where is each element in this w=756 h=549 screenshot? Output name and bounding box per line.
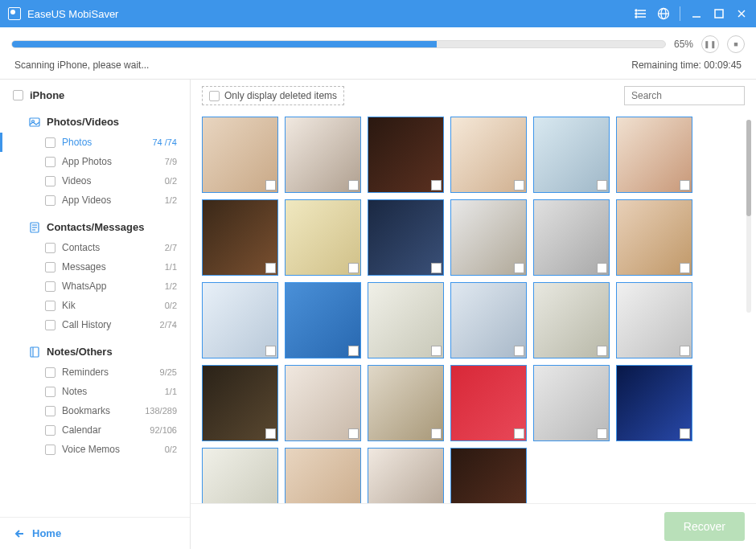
thumb-checkbox[interactable] — [431, 180, 442, 191]
photo-thumbnail[interactable] — [368, 199, 444, 276]
item-checkbox[interactable] — [45, 425, 55, 436]
item-checkbox[interactable] — [45, 281, 55, 292]
minimize-icon[interactable] — [690, 7, 703, 20]
sidebar-item-whatsapp[interactable]: WhatsApp1/2 — [0, 277, 190, 296]
item-checkbox[interactable] — [45, 137, 55, 148]
photo-thumbnail[interactable] — [616, 117, 692, 193]
home-link[interactable]: Home — [14, 527, 175, 539]
sidebar-item-app-photos[interactable]: App Photos7/9 — [0, 152, 190, 171]
maximize-icon[interactable] — [713, 7, 725, 20]
sidebar-item-photos[interactable]: Photos74 /74 — [0, 133, 190, 152]
item-checkbox[interactable] — [45, 367, 55, 378]
category-label: Contacts/Messages — [47, 221, 144, 233]
photo-thumbnail[interactable] — [202, 117, 278, 193]
list-icon[interactable] — [635, 7, 647, 20]
pause-button[interactable]: ❚❚ — [701, 35, 719, 53]
thumb-checkbox[interactable] — [597, 346, 607, 356]
thumb-checkbox[interactable] — [265, 263, 276, 273]
photo-thumbnail[interactable] — [202, 199, 278, 276]
thumb-checkbox[interactable] — [680, 263, 690, 273]
filter-checkbox[interactable] — [209, 91, 220, 101]
sidebar-item-app-videos[interactable]: App Videos1/2 — [0, 191, 190, 210]
sidebar-item-contacts[interactable]: Contacts2/7 — [0, 238, 190, 257]
sidebar-item-videos[interactable]: Videos0/2 — [0, 171, 190, 191]
item-checkbox[interactable] — [45, 406, 55, 416]
item-checkbox[interactable] — [45, 387, 55, 397]
device-checkbox[interactable] — [13, 90, 23, 100]
stop-button[interactable]: ■ — [727, 35, 745, 53]
item-checkbox[interactable] — [45, 243, 55, 253]
sidebar-item-reminders[interactable]: Reminders9/25 — [0, 363, 190, 382]
photo-thumbnail[interactable] — [202, 448, 278, 503]
photo-thumbnail[interactable] — [368, 117, 444, 193]
thumb-checkbox[interactable] — [265, 428, 276, 439]
photo-thumbnail[interactable] — [202, 282, 278, 358]
progress-bar — [11, 40, 666, 48]
thumb-checkbox[interactable] — [348, 428, 359, 439]
photo-thumbnail[interactable] — [616, 199, 692, 276]
item-checkbox[interactable] — [45, 176, 55, 186]
thumb-checkbox[interactable] — [265, 180, 276, 191]
photo-thumbnail[interactable] — [368, 365, 444, 441]
thumb-checkbox[interactable] — [431, 428, 442, 439]
thumb-checkbox[interactable] — [597, 428, 607, 439]
sidebar-item-notes[interactable]: Notes1/1 — [0, 382, 190, 401]
photo-thumbnail[interactable] — [285, 282, 361, 358]
photo-thumbnail[interactable] — [450, 117, 527, 193]
thumb-checkbox[interactable] — [514, 346, 524, 356]
photo-thumbnail[interactable] — [533, 117, 610, 193]
globe-icon[interactable] — [657, 7, 670, 20]
scrollbar[interactable] — [746, 120, 751, 313]
thumb-checkbox[interactable] — [597, 263, 607, 273]
thumb-checkbox[interactable] — [348, 346, 359, 356]
thumb-checkbox[interactable] — [431, 263, 442, 273]
thumb-checkbox[interactable] — [348, 263, 359, 273]
sidebar-item-messages[interactable]: Messages1/1 — [0, 257, 190, 277]
item-checkbox[interactable] — [45, 320, 55, 330]
filter-deleted-toggle[interactable]: Only display deleted items — [202, 86, 344, 105]
thumb-checkbox[interactable] — [514, 263, 524, 273]
thumb-checkbox[interactable] — [514, 180, 524, 191]
item-label: Photos — [62, 137, 146, 148]
thumb-checkbox[interactable] — [597, 180, 607, 191]
thumb-checkbox[interactable] — [431, 346, 442, 356]
photo-thumbnail[interactable] — [533, 282, 610, 358]
thumb-checkbox[interactable] — [680, 180, 690, 191]
sidebar-item-call-history[interactable]: Call History2/74 — [0, 315, 190, 334]
sidebar-item-bookmarks[interactable]: Bookmarks138/289 — [0, 401, 190, 420]
item-checkbox[interactable] — [45, 262, 55, 272]
photo-thumbnail[interactable] — [450, 365, 527, 441]
thumb-checkbox[interactable] — [514, 428, 524, 439]
item-checkbox[interactable] — [45, 157, 55, 167]
photo-thumbnail[interactable] — [533, 199, 610, 276]
photo-thumbnail[interactable] — [450, 199, 527, 276]
photo-thumbnail[interactable] — [533, 365, 610, 441]
close-icon[interactable] — [735, 7, 748, 20]
photo-thumbnail[interactable] — [368, 282, 444, 358]
sidebar-item-kik[interactable]: Kik0/2 — [0, 296, 190, 315]
photo-thumbnail[interactable] — [450, 282, 527, 358]
item-checkbox[interactable] — [45, 195, 55, 206]
sidebar-item-voice-memos[interactable]: Voice Memos0/2 — [0, 440, 190, 459]
thumb-checkbox[interactable] — [265, 346, 276, 356]
photo-thumbnail[interactable] — [616, 365, 692, 441]
thumb-checkbox[interactable] — [680, 428, 690, 439]
photo-thumbnail[interactable] — [616, 282, 692, 358]
item-checkbox[interactable] — [45, 445, 55, 455]
search-input[interactable] — [624, 86, 745, 105]
photo-thumbnail[interactable] — [285, 199, 361, 276]
item-count: 1/1 — [165, 387, 177, 396]
thumb-checkbox[interactable] — [680, 346, 690, 356]
photo-thumbnail[interactable] — [285, 365, 361, 441]
thumb-checkbox[interactable] — [348, 180, 359, 191]
recover-button[interactable]: Recover — [664, 512, 745, 541]
photo-thumbnail[interactable] — [285, 448, 361, 503]
photo-thumbnail[interactable] — [202, 365, 278, 441]
sidebar: iPhonePhotos/VideosPhotos74 /74App Photo… — [0, 80, 191, 549]
photo-thumbnail[interactable] — [368, 448, 444, 503]
sidebar-item-calendar[interactable]: Calendar92/106 — [0, 420, 190, 440]
photo-thumbnail[interactable] — [285, 117, 361, 193]
photo-thumbnail[interactable] — [450, 448, 527, 503]
item-label: Messages — [62, 261, 158, 272]
item-checkbox[interactable] — [45, 301, 55, 311]
